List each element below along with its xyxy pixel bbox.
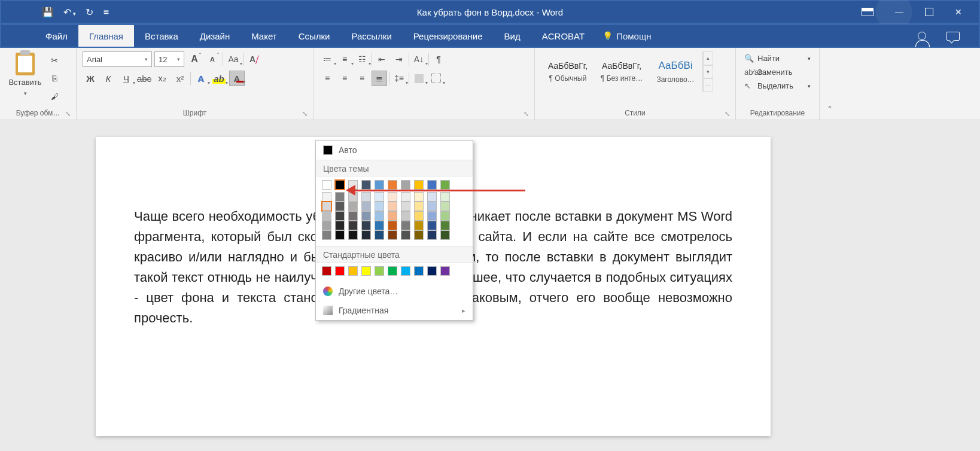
theme-color-swatch[interactable]	[388, 180, 397, 190]
line-spacing-button[interactable]: ‡≡	[391, 71, 407, 86]
tab-layout[interactable]: Макет	[241, 25, 287, 47]
theme-color-swatch[interactable]	[375, 180, 384, 190]
theme-shade-swatch[interactable]	[414, 230, 424, 240]
numbering-button[interactable]: ≡	[337, 51, 352, 67]
show-marks-button[interactable]: ¶	[431, 51, 446, 67]
theme-shade-swatch[interactable]	[440, 202, 450, 211]
standard-color-swatch[interactable]	[440, 266, 450, 276]
tab-acrobat[interactable]: ACROBAT	[531, 25, 595, 47]
theme-color-swatch[interactable]	[322, 180, 331, 190]
theme-shade-swatch[interactable]	[348, 202, 358, 211]
styles-launcher-icon[interactable]: ⤡	[725, 110, 732, 117]
theme-shade-swatch[interactable]	[401, 192, 410, 202]
theme-shade-swatch[interactable]	[335, 202, 345, 211]
theme-shade-swatch[interactable]	[427, 202, 437, 211]
qat-customize-icon[interactable]: 〓	[103, 8, 109, 17]
align-center-button[interactable]: ≡	[337, 71, 352, 86]
justify-button[interactable]: ≣	[372, 71, 387, 86]
theme-shade-swatch[interactable]	[388, 202, 397, 211]
tab-insert[interactable]: Вставка	[134, 25, 189, 47]
comments-icon[interactable]	[946, 32, 960, 41]
theme-shade-swatch[interactable]	[427, 230, 437, 240]
bullets-button[interactable]: ≔	[319, 51, 335, 67]
color-auto-item[interactable]: Авто	[316, 141, 473, 160]
theme-shade-swatch[interactable]	[335, 230, 345, 240]
strikethrough-button[interactable]: abc	[136, 71, 152, 86]
theme-shade-swatch[interactable]	[388, 221, 397, 230]
theme-shade-swatch[interactable]	[322, 192, 331, 202]
tab-view[interactable]: Вид	[494, 25, 531, 47]
more-colors-item[interactable]: Другие цвета…	[316, 282, 473, 301]
theme-color-swatch[interactable]	[401, 180, 410, 190]
theme-shade-swatch[interactable]	[388, 192, 397, 202]
theme-shade-swatch[interactable]	[375, 230, 384, 240]
theme-shade-swatch[interactable]	[348, 211, 358, 221]
italic-button[interactable]: К	[101, 71, 116, 86]
minimize-icon[interactable]: —	[895, 7, 903, 17]
subscript-button[interactable]: x₂	[154, 71, 170, 86]
theme-color-swatch[interactable]	[440, 180, 450, 190]
theme-shade-swatch[interactable]	[322, 211, 331, 221]
theme-shade-swatch[interactable]	[427, 192, 437, 202]
decrease-indent-button[interactable]: ⇤	[374, 51, 389, 67]
save-icon[interactable]: 💾	[42, 7, 54, 18]
theme-shade-swatch[interactable]	[375, 202, 384, 211]
bold-button[interactable]: Ж	[83, 71, 98, 86]
theme-shade-swatch[interactable]	[414, 192, 424, 202]
theme-shade-swatch[interactable]	[361, 192, 371, 202]
collapse-ribbon-button[interactable]: ˄	[820, 48, 840, 120]
theme-shade-swatch[interactable]	[414, 202, 424, 211]
clear-formatting-button[interactable]: A⧸	[246, 51, 262, 67]
select-button[interactable]: ↖Выделить▾	[742, 80, 813, 92]
theme-color-swatch[interactable]	[427, 180, 437, 190]
theme-shade-swatch[interactable]	[388, 211, 397, 221]
theme-shade-swatch[interactable]	[401, 230, 410, 240]
tab-home[interactable]: Главная	[78, 25, 134, 47]
theme-shade-swatch[interactable]	[375, 211, 384, 221]
theme-shade-swatch[interactable]	[440, 211, 450, 221]
tab-references[interactable]: Ссылки	[288, 25, 341, 47]
theme-shade-swatch[interactable]	[427, 211, 437, 221]
font-size-combo[interactable]: 12	[154, 51, 184, 67]
theme-shade-swatch[interactable]	[361, 221, 371, 230]
theme-shade-swatch[interactable]	[335, 192, 345, 202]
standard-color-swatch[interactable]	[335, 266, 345, 276]
standard-color-swatch[interactable]	[361, 266, 371, 276]
theme-shade-swatch[interactable]	[401, 202, 410, 211]
theme-shade-swatch[interactable]	[375, 192, 384, 202]
theme-shade-swatch[interactable]	[348, 192, 358, 202]
theme-shade-swatch[interactable]	[414, 221, 424, 230]
borders-button[interactable]	[428, 71, 444, 86]
theme-shade-swatch[interactable]	[348, 221, 358, 230]
standard-color-swatch[interactable]	[427, 266, 437, 276]
align-left-button[interactable]: ≡	[319, 71, 335, 86]
tab-mailings[interactable]: Рассылки	[340, 25, 402, 47]
maximize-icon[interactable]	[925, 8, 933, 16]
highlight-button[interactable]: ab	[211, 71, 227, 86]
standard-color-swatch[interactable]	[388, 266, 397, 276]
standard-color-swatch[interactable]	[322, 266, 331, 276]
theme-shade-swatch[interactable]	[348, 230, 358, 240]
standard-color-swatch[interactable]	[401, 266, 410, 276]
copy-button[interactable]	[48, 72, 61, 85]
theme-color-swatch[interactable]	[348, 180, 358, 190]
theme-shade-swatch[interactable]	[401, 211, 410, 221]
style-nospacing[interactable]: АаБбВвГг, ¶ Без инте…	[595, 51, 649, 92]
paste-button[interactable]: Вставить	[6, 51, 44, 106]
gradient-item[interactable]: Градиентная ▸	[316, 301, 473, 320]
theme-shade-swatch[interactable]	[388, 230, 397, 240]
superscript-button[interactable]: x²	[172, 71, 188, 86]
theme-shade-swatch[interactable]	[375, 221, 384, 230]
grow-font-button[interactable]: Aˆ	[187, 51, 202, 67]
tab-file[interactable]: Файл	[35, 25, 78, 47]
theme-shade-swatch[interactable]	[361, 230, 371, 240]
clipboard-launcher-icon[interactable]: ⤡	[65, 110, 72, 117]
theme-shade-swatch[interactable]	[361, 202, 371, 211]
tab-design[interactable]: Дизайн	[189, 25, 241, 47]
share-icon[interactable]	[918, 32, 926, 40]
theme-shade-swatch[interactable]	[401, 221, 410, 230]
ribbon-display-options-icon[interactable]	[862, 8, 874, 16]
replace-button[interactable]: ab⁄acЗаменить	[742, 66, 813, 78]
font-color-button[interactable]: A	[229, 71, 245, 86]
redo-icon[interactable]: ↻	[86, 7, 93, 18]
